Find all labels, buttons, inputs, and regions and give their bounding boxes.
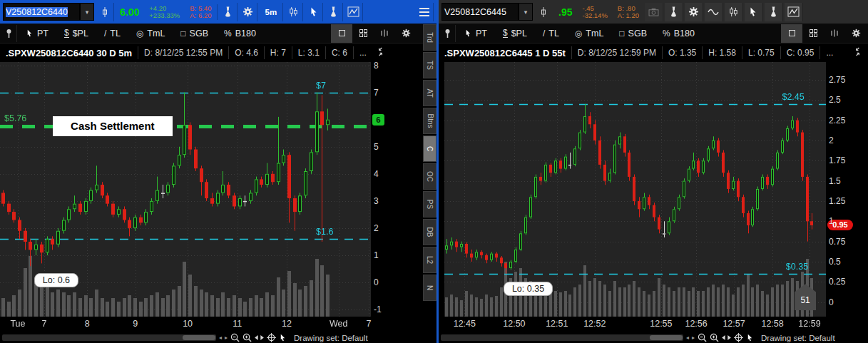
zoom-out-icon[interactable]	[230, 333, 240, 342]
tool-sgb-button[interactable]: □ SGB	[612, 25, 654, 42]
pin-icon[interactable]	[1, 25, 17, 42]
tool-pt-button[interactable]: PT	[19, 25, 56, 42]
scroll-right-icon[interactable]: ▸	[225, 334, 228, 341]
left-time-axis[interactable]: Tue789101112Wed7	[0, 317, 436, 332]
last-price-bubble: 6	[372, 114, 384, 126]
drawings-pattern-icon[interactable]	[785, 3, 803, 21]
gear-icon[interactable]	[845, 24, 867, 43]
tool-tl-button[interactable]: / TL	[536, 25, 566, 42]
tool-spl-button[interactable]: $ $PL	[57, 25, 96, 42]
candle-pattern-icon[interactable]	[285, 3, 303, 21]
crosshair-icon[interactable]	[267, 333, 276, 342]
tool-pt-button[interactable]: PT	[457, 25, 494, 42]
crosshair-icon[interactable]	[734, 333, 743, 342]
side-tab-c[interactable]: C	[423, 135, 436, 162]
timeline-icon: ◎	[136, 29, 143, 39]
fit-bars-icon[interactable]	[824, 24, 845, 43]
timeframe-button[interactable]: 5m	[259, 3, 283, 21]
cursor-tool-icon[interactable]	[745, 3, 763, 21]
side-tab-n[interactable]: N	[423, 275, 436, 301]
side-tab-oc[interactable]: OC	[423, 163, 436, 190]
left-drawing-toolbar: PT $ $PL / TL ◎ TmL □ SGB % B180	[0, 24, 436, 43]
right-time-axis[interactable]: 12:4512:5012:5112:5212:5512:5612:5712:58…	[439, 317, 868, 332]
ohlc-more[interactable]: ...	[820, 46, 839, 59]
pin-icon[interactable]	[440, 25, 456, 42]
menu-icon[interactable]	[415, 3, 434, 21]
ohlc-high: H: 7	[264, 46, 292, 59]
pan-arrows-icon[interactable]	[255, 334, 264, 341]
x-tick-label: 11	[233, 319, 242, 329]
tool-tl-button[interactable]: / TL	[97, 25, 128, 42]
scroll-left-icon[interactable]: ◂	[219, 334, 222, 341]
collapse-arrows-icon[interactable]	[853, 47, 862, 58]
maximize-icon[interactable]	[331, 24, 352, 43]
side-tab-btns[interactable]: Btns	[423, 108, 436, 134]
y-tick-label: 8	[374, 61, 379, 71]
side-tab-db[interactable]: DB	[423, 219, 436, 245]
studies-flask-icon[interactable]	[665, 3, 683, 21]
y-tick-label: 1	[374, 250, 379, 260]
tool-b180-button[interactable]: % B180	[655, 25, 702, 42]
snapshot-camera-icon[interactable]	[645, 3, 663, 21]
collapse-arrows-icon[interactable]	[376, 47, 385, 58]
x-tick-label: 12:58	[761, 319, 783, 329]
settings-gear-icon[interactable]	[685, 3, 703, 21]
y-tick-label: -1	[374, 304, 382, 314]
y-tick-label: 4	[374, 169, 379, 179]
zoom-out-icon[interactable]	[698, 333, 707, 342]
chart-link-icon[interactable]	[96, 3, 114, 21]
gear-icon[interactable]	[395, 24, 417, 43]
cash-settlement-note[interactable]: Cash Settlement	[53, 116, 173, 136]
studies-flask-icon[interactable]	[219, 3, 238, 21]
drawing-set-label[interactable]: Drawing set: Default	[294, 334, 368, 342]
scrollbar-handle[interactable]	[183, 335, 215, 340]
side-tab-l2[interactable]: L2	[423, 247, 436, 273]
cursor-tool-icon[interactable]	[305, 3, 323, 21]
cursor-icon[interactable]	[279, 333, 287, 342]
cursor-icon[interactable]	[746, 333, 754, 342]
ohlc-open: O: 4.6	[228, 46, 264, 59]
chart-scrollbar[interactable]	[2, 334, 216, 341]
right-chart-area: $2.45 $0.35 Lo: 0.35 51 0.95 2.752.52.25…	[439, 62, 868, 317]
tool-tml-button[interactable]: ◎ TmL	[129, 25, 172, 42]
line-style-icon[interactable]	[705, 3, 723, 21]
symbol-input[interactable]: V250812C6445	[441, 3, 519, 21]
scrollbar-handle[interactable]	[650, 335, 683, 340]
strategies-flask-icon[interactable]	[325, 3, 343, 21]
scroll-left-icon[interactable]: ◂	[686, 334, 689, 341]
zoom-in-icon[interactable]	[710, 333, 719, 342]
symbol-dropdown-button[interactable]: ▾	[519, 3, 533, 21]
side-tab-ts[interactable]: TS	[423, 52, 436, 78]
pan-arrows-icon[interactable]	[722, 334, 731, 341]
tool-tml-button[interactable]: ◎ TmL	[568, 25, 611, 42]
strategies-flask-icon[interactable]	[765, 3, 783, 21]
chart-scrollbar[interactable]	[441, 334, 683, 341]
zoom-in-icon[interactable]	[242, 333, 252, 342]
left-price-axis[interactable]: 6 87543210-1	[371, 62, 422, 317]
tool-sgb-button[interactable]: □ SGB	[173, 25, 215, 42]
drawings-pattern-icon[interactable]	[344, 3, 363, 21]
side-tab-at[interactable]: AT	[423, 80, 436, 106]
tool-b180-button[interactable]: % B180	[217, 25, 263, 42]
symbol-dropdown-button[interactable]: ▾	[80, 3, 94, 21]
ohlc-close: C: 0.95	[780, 46, 820, 59]
ohlc-open: O: 1.35	[662, 46, 702, 59]
grid-layout-icon[interactable]	[352, 24, 374, 43]
drawing-set-label[interactable]: Drawing set: Default	[761, 334, 835, 342]
fit-bars-icon[interactable]	[374, 24, 395, 43]
settings-gear-icon[interactable]	[239, 3, 257, 21]
tool-spl-button[interactable]: $ $PL	[496, 25, 534, 42]
side-tab-ps[interactable]: PS	[423, 191, 436, 217]
maximize-icon[interactable]	[781, 24, 802, 43]
grid-layout-icon[interactable]	[802, 24, 824, 43]
chart-symbol-spec: .SPXW250812C6440 30 D 5m	[0, 48, 138, 58]
right-chart-titlebar: .SPXW250812C6445 1 D 55t D: 8/12/25 12:5…	[439, 43, 868, 62]
scroll-right-icon[interactable]: ▸	[692, 334, 695, 341]
right-price-axis[interactable]: 0.95 2.752.52.2521.751.51.2510.750.50.25…	[826, 62, 868, 317]
symbol-input[interactable]: V250812C6440	[3, 3, 80, 21]
ohlc-more[interactable]: ...	[353, 46, 372, 59]
side-tab-trd[interactable]: Trd	[423, 24, 436, 51]
candle-pattern-icon[interactable]	[725, 3, 743, 21]
price-chart-canvas[interactable]	[444, 62, 826, 317]
chart-link-icon[interactable]	[534, 3, 553, 21]
